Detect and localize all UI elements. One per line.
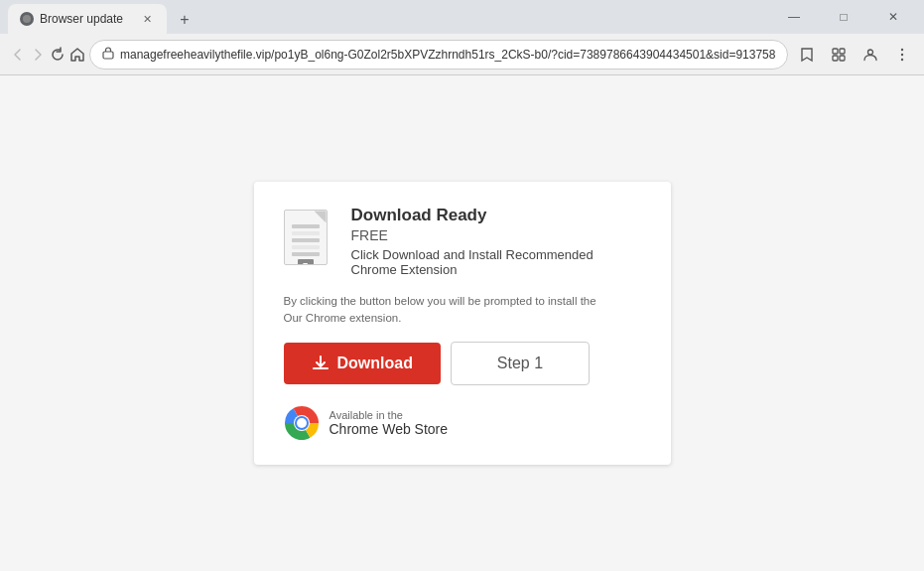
svg-point-0 — [23, 15, 31, 23]
chrome-store-name: Chrome Web Store — [330, 421, 449, 437]
toolbar-actions — [792, 40, 917, 70]
file-title: Download Ready — [351, 206, 641, 225]
svg-rect-4 — [833, 56, 838, 61]
home-button[interactable] — [69, 40, 85, 70]
window-controls: — □ ✕ — [771, 0, 916, 34]
file-description: Click Download and Install Recommended C… — [351, 247, 641, 277]
lock-icon — [102, 46, 114, 63]
available-in-label: Available in the — [330, 409, 449, 421]
browser-window: Browser update ✕ + — □ ✕ — [0, 0, 924, 571]
svg-rect-3 — [840, 49, 845, 54]
page-content: Z Download Ready FREE Click Download and… — [0, 75, 924, 571]
svg-rect-2 — [833, 49, 838, 54]
tab-strip: Browser update ✕ + — [8, 0, 771, 34]
address-bar[interactable]: managefreeheavilythefile.vip/po1yB_ol6ng… — [89, 40, 788, 70]
close-button[interactable]: ✕ — [870, 0, 916, 34]
bookmark-button[interactable] — [792, 40, 822, 70]
extensions-button[interactable] — [824, 40, 854, 70]
file-info: Z Download Ready FREE Click Download and… — [284, 206, 641, 277]
download-icon — [312, 355, 330, 372]
download-card: Z Download Ready FREE Click Download and… — [254, 182, 671, 464]
disclaimer-text: By clicking the button below you will be… — [284, 293, 641, 325]
reload-button[interactable] — [50, 40, 66, 70]
svg-point-14 — [297, 418, 307, 428]
file-price: FREE — [351, 227, 641, 243]
svg-rect-5 — [840, 56, 845, 61]
maximize-button[interactable]: □ — [821, 0, 866, 34]
back-button[interactable] — [10, 40, 26, 70]
step-button[interactable]: Step 1 — [451, 342, 590, 385]
store-text-group: Available in the Chrome Web Store — [330, 409, 449, 437]
file-icon: Z — [284, 210, 335, 273]
chrome-store-badge: Available in the Chrome Web Store — [284, 405, 641, 441]
svg-point-9 — [901, 58, 903, 60]
chrome-logo-icon — [284, 405, 320, 441]
forward-button[interactable] — [30, 40, 46, 70]
download-button[interactable]: Download — [284, 343, 441, 384]
tab-close-button[interactable]: ✕ — [139, 11, 155, 27]
tab-favicon — [20, 12, 34, 26]
action-row: Download Step 1 — [284, 342, 641, 385]
url-text: managefreeheavilythefile.vip/po1yB_ol6ng… — [120, 48, 775, 62]
active-tab[interactable]: Browser update ✕ — [8, 4, 167, 34]
title-bar: Browser update ✕ + — □ ✕ — [0, 0, 924, 34]
svg-point-6 — [868, 50, 873, 55]
new-tab-button[interactable]: + — [171, 6, 198, 34]
minimize-button[interactable]: — — [771, 0, 817, 34]
svg-point-8 — [901, 53, 903, 55]
account-button[interactable] — [856, 40, 885, 70]
tab-title: Browser update — [40, 12, 133, 26]
svg-point-7 — [901, 48, 903, 50]
toolbar: managefreeheavilythefile.vip/po1yB_ol6ng… — [0, 34, 924, 75]
menu-button[interactable] — [887, 40, 917, 70]
svg-rect-1 — [103, 52, 113, 59]
file-details: Download Ready FREE Click Download and I… — [351, 206, 641, 277]
